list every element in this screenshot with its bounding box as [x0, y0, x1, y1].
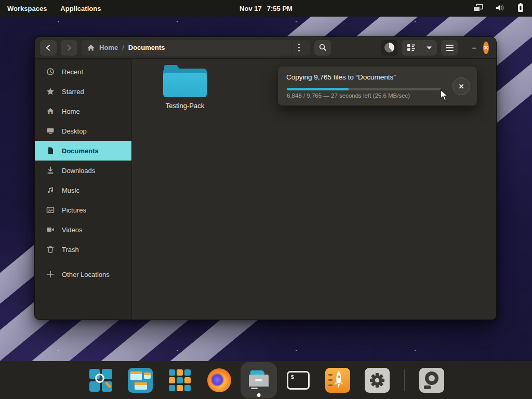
running-indicator-dot	[257, 393, 260, 397]
progress-bar	[287, 88, 441, 90]
view-toggle-split-button	[402, 40, 437, 56]
progress-bar-fill	[287, 88, 349, 90]
clock-date: Nov 17	[240, 5, 262, 12]
dock-separator	[404, 369, 405, 391]
battery-icon[interactable]	[517, 3, 524, 14]
videos-icon	[46, 225, 55, 234]
terminal-icon[interactable]: $_	[286, 368, 311, 393]
firefox-icon[interactable]	[207, 368, 232, 393]
sidebar-item-label: Trash	[62, 246, 79, 254]
settings-gear-icon[interactable]	[365, 368, 390, 393]
cancel-operation-button[interactable]: ✕	[453, 77, 470, 95]
sidebar-item-label: Pictures	[62, 206, 86, 214]
sidebar-item-desktop[interactable]: Desktop	[35, 121, 131, 141]
files-app-icon[interactable]	[246, 368, 271, 393]
sidebar-item-label: Downloads	[62, 167, 95, 175]
trash-icon	[46, 245, 55, 254]
file-manager-window: Home / Documents – ✕	[34, 36, 497, 320]
path-bar[interactable]: Home / Documents	[82, 40, 310, 56]
back-button[interactable]	[40, 40, 57, 56]
sidebar-item-label: Documents	[62, 147, 99, 155]
sidebar-item-documents[interactable]: Documents	[35, 141, 131, 161]
breadcrumb-separator: /	[122, 44, 124, 51]
sidebar-item-pictures[interactable]: Pictures	[35, 200, 131, 220]
breadcrumb-home[interactable]: Home	[99, 44, 118, 51]
clock-menu[interactable]: Nov 17 7:55 PM	[240, 5, 292, 12]
sidebar-item-home[interactable]: Home	[35, 101, 131, 121]
sidebar-item-label: Starred	[62, 88, 84, 96]
disk-utility-icon[interactable]	[419, 368, 444, 393]
desktop-icon	[46, 127, 55, 135]
folder-label: Testing-Pack	[166, 102, 204, 110]
pictures-icon	[46, 206, 55, 214]
folder-icon	[163, 65, 207, 98]
workspaces-menu[interactable]: Workspaces	[7, 5, 47, 12]
display-icon[interactable]	[473, 4, 483, 14]
close-window-button[interactable]: ✕	[483, 42, 489, 54]
grid-view-button[interactable]	[402, 40, 421, 56]
recent-clock-icon	[46, 68, 55, 76]
hamburger-menu-button[interactable]	[441, 40, 458, 56]
sidebar-item-label: Desktop	[62, 127, 87, 135]
window-tiler-icon[interactable]	[128, 368, 153, 393]
app-grid-icon[interactable]	[167, 368, 192, 393]
files-app-active-highlight[interactable]	[241, 362, 277, 398]
sidebar-item-recent[interactable]: Recent	[35, 62, 131, 82]
sidebar-item-downloads[interactable]: Downloads	[35, 161, 131, 180]
sidebar-item-label: Home	[62, 108, 80, 115]
sidebar-item-label: Other Locations	[62, 271, 110, 278]
operations-button[interactable]	[381, 40, 397, 56]
view-options-dropdown[interactable]	[421, 40, 437, 56]
activities-search-icon[interactable]	[88, 368, 113, 393]
applications-menu[interactable]: Applications	[60, 5, 101, 12]
volume-icon[interactable]	[496, 4, 505, 14]
home-icon	[87, 44, 95, 52]
header-bar: Home / Documents – ✕	[35, 37, 496, 59]
plus-icon	[46, 270, 55, 278]
sidebar-item-other-locations[interactable]: Other Locations	[35, 264, 131, 284]
star-icon	[46, 87, 55, 96]
operation-status: 6,848 / 9,765 — 27 seconds left (25.6 MB…	[287, 92, 410, 99]
forward-button[interactable]	[61, 40, 77, 56]
breadcrumb-current[interactable]: Documents	[128, 44, 165, 51]
sidebar-item-label: Music	[62, 187, 79, 194]
places-sidebar: Recent Starred Home Desktop Documents Do…	[35, 59, 132, 320]
mouse-cursor	[440, 89, 451, 104]
dock: $_	[0, 361, 532, 399]
sidebar-item-videos[interactable]: Videos	[35, 220, 131, 240]
kebab-menu-icon[interactable]	[292, 41, 305, 55]
home-icon	[46, 107, 55, 115]
sidebar-item-trash[interactable]: Trash	[35, 240, 131, 259]
top-panel: Workspaces Applications Nov 17 7:55 PM	[0, 0, 532, 17]
operations-pie-icon	[384, 43, 394, 52]
rocket-launcher-icon[interactable]	[325, 368, 350, 393]
search-button[interactable]	[314, 40, 331, 56]
clock-time: 7:55 PM	[267, 5, 292, 12]
downloads-icon	[46, 166, 55, 175]
sidebar-item-label: Videos	[62, 226, 83, 234]
folder-item-testing-pack[interactable]: Testing-Pack	[153, 65, 217, 110]
minimize-button[interactable]: –	[471, 43, 477, 52]
sidebar-item-label: Recent	[62, 68, 83, 76]
music-icon	[46, 186, 55, 194]
documents-icon	[46, 147, 55, 155]
sidebar-item-starred[interactable]: Starred	[35, 82, 131, 101]
operation-title: Copying 9,765 files to “Documents”	[286, 73, 396, 81]
sidebar-item-music[interactable]: Music	[35, 180, 131, 200]
